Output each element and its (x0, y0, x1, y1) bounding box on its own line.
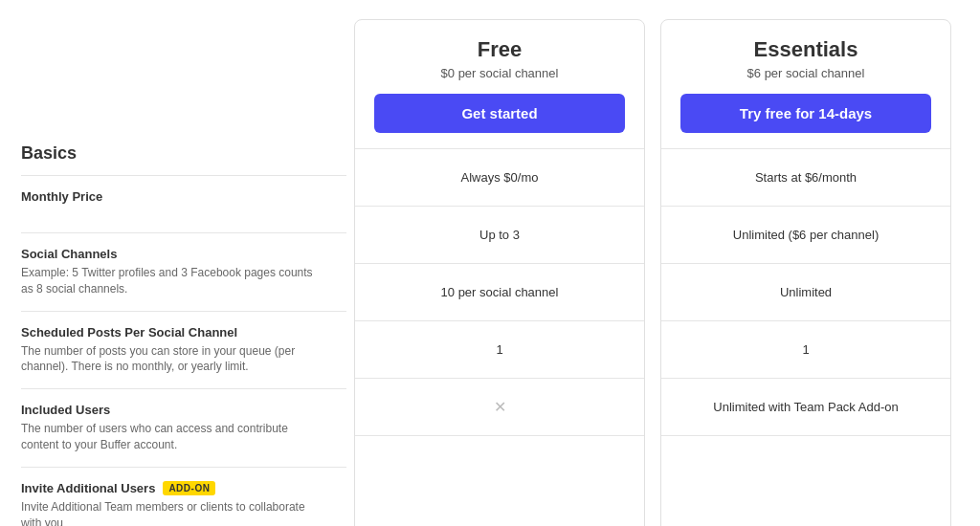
plan-name: Essentials (680, 37, 931, 62)
plan-name: Free (374, 37, 625, 62)
feature-row: Social ChannelsExample: 5 Twitter profil… (21, 233, 346, 312)
plan-price-sub: $6 per social channel (680, 66, 931, 80)
plan-cell: Starts at $6/month (661, 149, 950, 207)
basics-section-title: Basics (21, 134, 346, 176)
feature-row: Included UsersThe number of users who ca… (21, 389, 346, 468)
feature-desc: The number of users who can access and c… (21, 421, 327, 453)
plan-cell: ✕ (355, 379, 644, 436)
plan-cell: Up to 3 (355, 207, 644, 264)
feature-desc: The number of posts you can store in you… (21, 343, 327, 376)
feature-desc: Invite Additional Team members or client… (21, 499, 327, 526)
feature-name: Included Users (21, 403, 327, 417)
features-column: Basics Monthly PriceSocial ChannelsExamp… (21, 19, 346, 526)
plan-cell: Unlimited ($6 per channel) (661, 207, 950, 264)
plan-cell: Unlimited with Team Pack Add-on (661, 379, 950, 436)
addon-badge: ADD-ON (163, 481, 215, 495)
plan-col-0: Free$0 per social channelGet startedAlwa… (354, 19, 645, 526)
plan-cell: Always $0/mo (355, 149, 644, 207)
x-icon: ✕ (494, 398, 506, 416)
feature-row: Invite Additional UsersADD-ONInvite Addi… (21, 468, 346, 526)
feature-desc: Example: 5 Twitter profiles and 3 Facebo… (21, 265, 327, 297)
plan-cell: 10 per social channel (355, 264, 644, 321)
feature-row: Monthly Price (21, 176, 346, 233)
plan-cell: 1 (355, 321, 644, 379)
feature-name: Invite Additional UsersADD-ON (21, 481, 327, 495)
feature-name: Social Channels (21, 247, 327, 261)
plan-cta-button[interactable]: Try free for 14-days (680, 94, 931, 133)
plan-cell: Unlimited (661, 264, 950, 321)
pricing-table: Basics Monthly PriceSocial ChannelsExamp… (21, 19, 959, 526)
plan-price-sub: $0 per social channel (374, 66, 625, 80)
plan-col-1: Essentials$6 per social channelTry free … (660, 19, 951, 526)
plan-cell: 1 (661, 321, 950, 379)
feature-row: Scheduled Posts Per Social ChannelThe nu… (21, 312, 346, 390)
feature-name: Monthly Price (21, 189, 327, 204)
plan-cta-button[interactable]: Get started (374, 94, 625, 133)
plan-header: Free$0 per social channelGet started (355, 20, 644, 149)
plan-header: Essentials$6 per social channelTry free … (661, 20, 950, 149)
feature-name: Scheduled Posts Per Social Channel (21, 325, 327, 340)
